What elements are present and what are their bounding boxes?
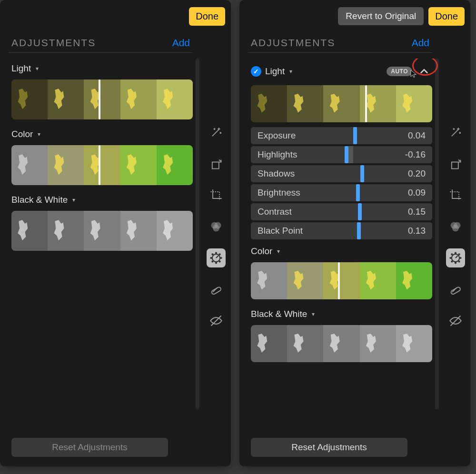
done-button[interactable]: Done	[428, 7, 465, 26]
slider-track[interactable]	[309, 222, 398, 239]
scrollbar[interactable]	[196, 59, 199, 409]
bw-strip[interactable]	[11, 211, 193, 251]
collapse-chevron-icon[interactable]	[416, 63, 432, 79]
slider-track[interactable]	[309, 127, 398, 144]
scroll-area[interactable]: ✓ Light ▾ AUTO	[239, 59, 441, 466]
panel-toolbar: Done	[0, 0, 231, 32]
content-column: ADJUSTMENTS Add ✓ Light ▾ AUTO	[239, 32, 441, 466]
svg-point-19	[459, 132, 460, 133]
adjust-icon[interactable]	[446, 248, 465, 267]
group-light-header[interactable]: ✓ Light ▾ AUTO	[251, 59, 432, 83]
slider-thumb[interactable]	[358, 203, 362, 220]
add-button[interactable]: Add	[412, 37, 429, 49]
adjustments-panel-expanded: Revert to Original Done ADJUSTMENTS Add …	[239, 0, 470, 466]
retouch-icon[interactable]	[446, 280, 465, 299]
scrollbar[interactable]	[435, 59, 439, 409]
section-header: ADJUSTMENTS Add	[0, 37, 201, 52]
slider-track[interactable]	[309, 203, 398, 220]
group-bw-label: Black & White	[251, 309, 307, 319]
filters-icon[interactable]	[446, 217, 465, 236]
color-strip[interactable]	[11, 145, 193, 185]
slider-shadows[interactable]: Shadows0.20	[251, 165, 432, 182]
color-indicator[interactable]	[99, 145, 100, 185]
light-indicator[interactable]	[99, 79, 100, 119]
check-icon[interactable]: ✓	[251, 66, 261, 77]
slider-value: 0.13	[398, 226, 426, 236]
slider-value: 0.04	[398, 130, 426, 141]
slider-exposure[interactable]: Exposure0.04	[251, 127, 432, 144]
slider-label: Brightness	[258, 188, 309, 198]
tool-column	[441, 32, 470, 466]
redeye-icon[interactable]	[446, 311, 465, 330]
group-light-label: Light	[265, 66, 285, 77]
slider-thumb[interactable]	[357, 222, 361, 239]
slider-brightness[interactable]: Brightness0.09	[251, 184, 432, 201]
slider-track[interactable]	[309, 146, 398, 163]
chevron-down-icon: ▾	[277, 248, 280, 255]
svg-point-25	[455, 252, 456, 253]
svg-point-11	[212, 254, 213, 255]
add-button[interactable]: Add	[172, 37, 190, 49]
slider-thumb[interactable]	[360, 165, 364, 182]
slider-thumb[interactable]	[353, 127, 357, 144]
svg-rect-33	[450, 286, 461, 295]
slider-contrast[interactable]: Contrast0.15	[251, 203, 432, 220]
rotate-icon[interactable]	[446, 154, 465, 173]
crop-icon[interactable]	[446, 186, 465, 205]
magic-wand-icon[interactable]	[207, 123, 226, 142]
light-strip[interactable]	[11, 79, 193, 119]
group-bw-header[interactable]: Black & White ▾	[251, 304, 432, 323]
group-light-header[interactable]: Light ▾	[11, 59, 193, 78]
tool-column	[201, 32, 231, 466]
slider-highlights[interactable]: Highlights-0.16	[251, 146, 432, 163]
scroll-area[interactable]: Light ▾ Color ▾	[0, 59, 201, 466]
group-color-label: Color	[11, 129, 33, 139]
chevron-down-icon: ▾	[36, 65, 39, 72]
bw-strip[interactable]	[251, 325, 432, 362]
svg-point-30	[459, 254, 460, 255]
panel-body: ADJUSTMENTS Add ✓ Light ▾ AUTO	[239, 32, 470, 466]
adjustments-title: ADJUSTMENTS	[11, 37, 96, 49]
crop-icon[interactable]	[207, 186, 226, 205]
slider-label: Contrast	[258, 207, 309, 217]
reset-adjustments-button[interactable]: Reset Adjustments	[251, 438, 407, 457]
light-indicator[interactable]	[365, 85, 367, 122]
adjust-icon[interactable]	[207, 248, 226, 267]
svg-point-23	[452, 225, 459, 232]
reset-adjustments-button[interactable]: Reset Adjustments	[11, 438, 168, 457]
svg-point-13	[212, 261, 213, 262]
slider-value: 0.15	[398, 207, 426, 217]
group-color-header[interactable]: Color ▾	[11, 124, 193, 143]
svg-point-27	[450, 257, 451, 258]
filters-icon[interactable]	[207, 217, 226, 236]
slider-label: Exposure	[258, 130, 309, 141]
light-sliders: Exposure0.04Highlights-0.16Shadows0.20Br…	[251, 127, 432, 239]
svg-point-0	[214, 128, 215, 129]
slider-track[interactable]	[309, 165, 398, 182]
light-strip[interactable]	[251, 85, 432, 122]
color-indicator[interactable]	[338, 262, 340, 299]
svg-point-10	[220, 257, 221, 258]
redeye-icon[interactable]	[207, 311, 226, 330]
slider-value: 0.20	[398, 168, 426, 179]
magic-wand-icon[interactable]	[446, 123, 465, 142]
rotate-icon[interactable]	[207, 154, 226, 173]
group-bw-header[interactable]: Black & White ▾	[11, 190, 193, 209]
done-button[interactable]: Done	[189, 7, 225, 26]
slider-label: Highlights	[258, 149, 309, 160]
color-strip[interactable]	[251, 262, 432, 299]
slider-black-point[interactable]: Black Point0.13	[251, 222, 432, 239]
svg-point-32	[459, 261, 460, 262]
svg-point-28	[460, 257, 461, 258]
svg-point-31	[451, 261, 452, 262]
slider-thumb[interactable]	[356, 184, 360, 201]
chevron-down-icon: ▾	[72, 197, 75, 203]
svg-point-8	[216, 262, 217, 263]
chevron-down-icon: ▾	[289, 68, 292, 75]
slider-track[interactable]	[309, 184, 398, 201]
slider-thumb[interactable]	[345, 146, 348, 163]
group-color-header[interactable]: Color ▾	[251, 241, 432, 260]
retouch-icon[interactable]	[207, 280, 226, 299]
auto-badge[interactable]: AUTO	[387, 67, 412, 76]
revert-button[interactable]: Revert to Original	[338, 7, 424, 25]
